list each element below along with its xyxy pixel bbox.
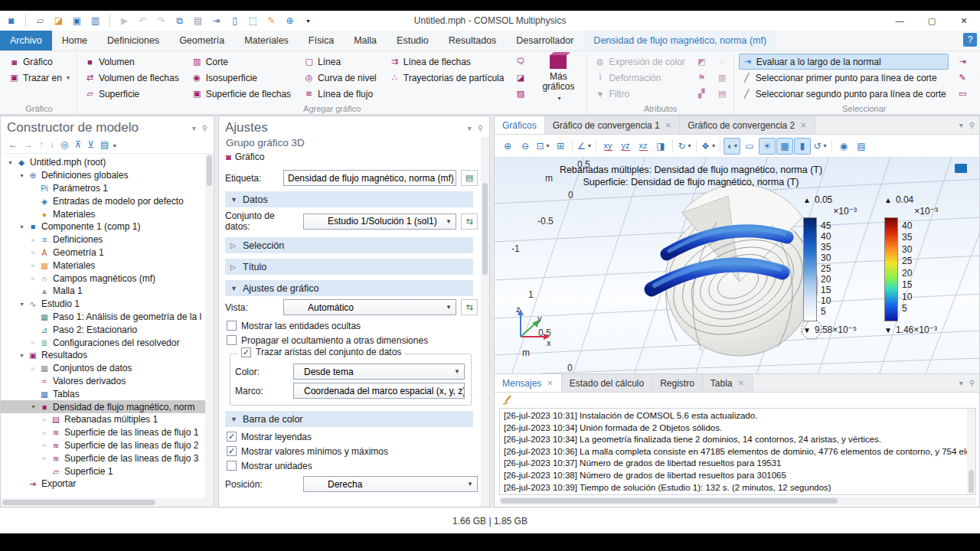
forward-icon[interactable]: → [24, 139, 33, 150]
scene-lights-icon[interactable]: ☀ [759, 138, 776, 155]
tree-item[interactable]: ▹∩Campos magnéticos (mf) [1, 272, 205, 285]
tree-item[interactable]: ▹AGeometría 1 [1, 246, 205, 259]
conjunto-dropdown[interactable]: Estudio 1/Solución 1 (sol1)▼ [303, 214, 456, 230]
snapshot-icon[interactable]: ◉ [835, 138, 852, 155]
tree-caret-icon[interactable]: ▹ [28, 339, 38, 346]
mesh-plot-icon[interactable]: ▨ [514, 86, 527, 101]
checkbox-unidades[interactable]: Mostrar unidades [227, 458, 479, 473]
ribbon-button-seleccionar-segundo-punto-para-l-nea-de-corte[interactable]: ╱Seleccionar segundo punto para línea de… [739, 86, 949, 102]
checkbox-propagar[interactable]: Propagar el ocultamiento a otras dimensi… [227, 333, 479, 347]
draw-icon[interactable]: ✎ [265, 15, 278, 28]
move-up-icon[interactable]: ↑ [39, 139, 44, 150]
tree-caret-icon[interactable]: ▾ [17, 172, 27, 179]
save-icon[interactable]: ▣ [70, 15, 83, 28]
tree-caret-icon[interactable]: ▾ [28, 403, 38, 410]
ribbon-button-corte[interactable]: ▥Corte [189, 54, 293, 70]
tab-estado-del-c-lculo[interactable]: Estado del cálculo [562, 374, 652, 392]
pick-point-icon[interactable]: ✎ [956, 70, 969, 85]
delete-icon[interactable]: ▯ [228, 15, 241, 28]
minimize-button[interactable]: — [884, 11, 916, 31]
settings-vertical-scrollbar[interactable] [481, 137, 489, 507]
tree-caret-icon[interactable]: ▹ [28, 365, 38, 372]
tree-vertical-scrollbar[interactable] [205, 154, 214, 498]
zoom-out-icon[interactable]: ⊖ [517, 138, 534, 155]
tree-item[interactable]: ▱Superficie 1 [1, 465, 205, 478]
close-icon[interactable]: ✕ [800, 121, 806, 129]
show-icon[interactable]: ◎ [60, 139, 68, 150]
panel-toggle-icon[interactable] [955, 164, 967, 173]
menu-tab-materiales[interactable]: Materiales [234, 31, 299, 51]
lasso-select-icon[interactable]: ▱ [977, 54, 980, 69]
annotation-icon[interactable]: 🗨 [514, 54, 527, 69]
pin-icon[interactable]: ⚲ [478, 124, 483, 132]
ribbon-button-isosuperficie[interactable]: ◉Isosuperficie [189, 70, 293, 86]
tree-item[interactable]: ▹≣Configuraciones del resolvedor [1, 336, 205, 349]
menu-tab-resultados[interactable]: Resultados [439, 31, 507, 51]
tree-caret-icon[interactable]: ▹ [28, 249, 38, 256]
color-dropdown[interactable]: Desde tema▼ [293, 364, 465, 380]
tree-item[interactable]: ▲Malla 1 [1, 285, 205, 298]
close-icon[interactable]: ✕ [547, 379, 553, 387]
panel-menu-icon[interactable]: ▾ [959, 121, 963, 129]
tree-caret-icon[interactable]: ▹ [28, 236, 38, 243]
ribbon-button-l-nea-de-flujo[interactable]: ≋Línea de flujo [301, 86, 379, 102]
tab-tabla[interactable]: Tabla✕ [703, 374, 753, 392]
mas-graficos-button[interactable]: Más gráficos▾ [534, 54, 582, 103]
ribbon-button-l-nea-de-flechas[interactable]: ⇉Línea de flechas [387, 54, 507, 70]
tab-mensajes[interactable]: Mensajes✕ [495, 374, 562, 392]
menu-tab-geometría[interactable]: Geometría [169, 31, 234, 51]
eval-normal-icon[interactable]: ⇥ [956, 54, 969, 69]
ribbon-button-volumen[interactable]: ■Volumen [82, 54, 181, 70]
ribbon-button-trayectorias-de-part-cula[interactable]: ∴Trayectorias de partícula [387, 70, 507, 86]
zoom-select-icon[interactable]: ⊕ [283, 15, 296, 28]
table-attr-icon[interactable]: ▤ [716, 86, 729, 101]
panel-menu-icon[interactable]: ▾ [468, 124, 472, 132]
etiqueta-input[interactable]: Densidad de flujo magnético, norma (mf) [283, 170, 456, 186]
image-plot-icon[interactable]: ◪ [514, 70, 527, 85]
tree-caret-icon[interactable]: ▾ [17, 301, 27, 308]
grafico-button[interactable]: ◙Gráfico [6, 54, 72, 70]
ribbon-button-superficie[interactable]: ▱Superficie [82, 86, 181, 102]
section-datos[interactable]: ▼Datos [225, 191, 473, 207]
tab-gr-ficos[interactable]: Gráficos [495, 116, 545, 134]
checkbox-entidades[interactable]: Mostrar las entidades ocultas [227, 318, 479, 333]
tree-item[interactable]: ▾■Componente 1 (comp 1) [1, 220, 205, 233]
color-legend-icon[interactable]: ▮ [794, 138, 811, 155]
tree-caret-icon[interactable]: ▹ [40, 429, 50, 436]
menu-tab-desarrollador[interactable]: Desarrollador [506, 31, 583, 51]
tree-item[interactable]: ▾◆Untitled.mph (root) [1, 156, 205, 169]
menu-tab-malla[interactable]: Malla [344, 31, 387, 51]
section-barra-color[interactable]: ▼Barra de color [225, 411, 473, 427]
copy-icon[interactable]: ⧉ [173, 15, 186, 28]
clear-select-icon[interactable]: ✐ [977, 86, 980, 101]
expand-all-icon[interactable]: ⊼ [74, 139, 81, 150]
tree-item[interactable]: ▹▦Conjuntos de datos [1, 362, 205, 375]
move-down-icon[interactable]: ↓ [50, 139, 54, 150]
tree-item[interactable]: ▦Paso 1: Análisis de geometría de la l [1, 311, 205, 324]
tree-item[interactable]: PiParámetros 1 [1, 182, 205, 195]
tree-item[interactable]: ▹≡Definiciones [1, 233, 205, 246]
tree-item[interactable]: ▹▤Rebanadas múltiples 1 [1, 413, 205, 426]
rotate-icon[interactable]: ↻▾ [676, 138, 693, 155]
default-view-icon[interactable]: ∠▾ [576, 138, 593, 155]
ribbon-button-evaluar-a-lo-largo-de-la-normal[interactable]: ⇥Evaluar a lo largo de la normal [739, 54, 949, 70]
grid-icon[interactable]: ▦ [776, 138, 793, 155]
paste-icon[interactable]: ▤ [191, 15, 204, 28]
contextual-tab[interactable]: Densidad de flujo magnético, norma (mf) [583, 31, 776, 51]
tree-horizontal-scrollbar[interactable] [1, 498, 214, 507]
tree-caret-icon[interactable]: ▹ [28, 275, 38, 282]
marco-dropdown[interactable]: Coordenada del marco espacial (x, y, z)▼ [293, 383, 465, 399]
tree-item[interactable]: ▹▦Materiales [1, 259, 205, 272]
trazar-en-button[interactable]: ▣Trazar en▾ [6, 70, 72, 86]
ribbon-button-curva-de-nivel[interactable]: ◎Curva de nivel [301, 70, 379, 86]
section-titulo[interactable]: ▷Título [225, 259, 473, 275]
vista-dropdown[interactable]: Automático▼ [283, 299, 456, 315]
flag-icon[interactable]: ⚑ [695, 70, 708, 85]
flip-view-icon[interactable]: ◨ [652, 138, 669, 155]
marker-icon[interactable]: ◩ [695, 54, 708, 69]
maximize-button[interactable]: ▢ [916, 11, 948, 31]
tree-caret-icon[interactable]: ▹ [40, 416, 50, 423]
update-icon[interactable]: ↺▾ [812, 138, 828, 155]
panel-menu-icon[interactable]: ▾ [959, 379, 963, 387]
view-xz-icon[interactable]: xz [635, 138, 652, 155]
